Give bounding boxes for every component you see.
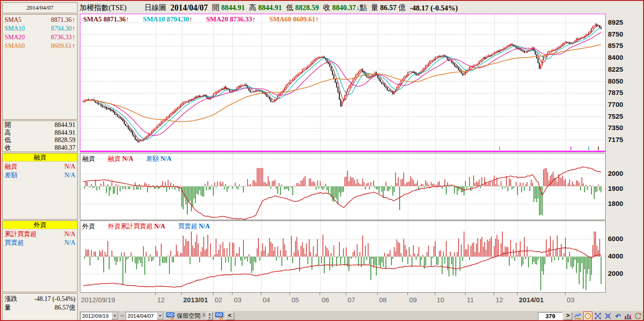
x-axis-tick [290,293,290,295]
go-button[interactable]: GO [166,312,175,320]
y-axis-label: 8050 [608,77,623,85]
foreign-panel-title: 外資 [82,222,95,231]
from-date-value[interactable]: 2012/09/19 [81,312,111,320]
bar-count-display: 379 [538,312,563,320]
sma20-row: SMA20 8736.33↑ [5,33,75,42]
margin-balance-value: N/A [64,162,75,171]
margin-info-panel: 融資 融資N/A 差額N/A [2,153,78,220]
margin-chart-canvas[interactable] [80,153,605,220]
x-axis-label: 06 [322,296,329,304]
up-arrow-icon: ↑ [315,16,319,23]
x-axis-tick [213,293,213,295]
x-axis-label: 04 [263,296,270,304]
y-axis-label: 7875 [608,89,623,96]
sma10-row: SMA10 8794.30↑ [5,24,75,33]
undo-arrow-icon[interactable]: ↶ [613,311,623,321]
legend-sma20: SMA20 8736.33↑ [206,16,255,23]
x-axis-label: 03 [567,296,575,304]
ohlc-panel: 開8844.91 高8844.91 低8828.59 收8840.37 [2,121,78,152]
volume-value: 86.57億 [55,303,76,312]
foreign-panel-legend: 外資 外資累計買賣超 N/A 買賣超 N/A [82,222,210,231]
y-axis-label: 8925 [608,18,623,26]
high-group: 高 8844.91 [249,3,282,13]
y-axis-label: 8575 [608,42,623,49]
x-axis-tick [155,293,156,295]
quote-date-box: 2014/04/07 [2,2,78,13]
x-axis-tick [465,293,465,295]
y-axis-label: 7525 [608,112,623,120]
low-group: 低 8828.59 [286,3,319,13]
low-label: 低 [5,137,11,144]
foreign-panel-chart[interactable] [80,221,606,293]
sma10-label: SMA10 [5,24,25,33]
change-volume-panel: 漲跌-48.17 (-0.54%) 量86.57億 [2,293,78,321]
margin-panel-chart[interactable] [80,153,606,220]
margin-diff-value: N/A [64,171,75,179]
price-chart-canvas[interactable] [80,14,605,151]
y-axis-label: 4000 [608,252,623,260]
expand-arrows-icon[interactable] [593,311,602,321]
sma-info-panel: SMA5 8871.36↑ SMA10 8794.30↑ SMA20 8736.… [2,14,78,120]
to-date-value[interactable]: 2014/04/07 [126,312,157,320]
foreign-net-row: 買賣超N/A [5,238,75,247]
close-row: 收8840.37 [5,144,75,152]
open-label: 開 [5,121,11,129]
x-axis-label: 2014/01 [519,296,544,304]
high-label: 高 [5,129,11,137]
x-axis-tick [346,293,346,295]
up-arrow-icon: ↑ [252,16,256,23]
shrink-arrows-icon[interactable] [603,311,612,321]
main-price-chart[interactable] [80,14,606,152]
x-axis-label: 07 [348,296,355,304]
y-axis-label: 8400 [608,53,623,61]
y-axis-label: 2000 [608,269,623,277]
from-date-combobox[interactable]: 2012/09/19 ▼ [80,312,119,320]
x-axis-tick [435,293,435,295]
foreign-cumulative-row: 累計買賣超N/A [5,230,75,238]
up-arrow-icon: ↑ [72,16,75,24]
margin-balance-row: 融資N/A [5,162,75,171]
low-row: 低8828.59 [5,137,75,144]
go-button-2[interactable]: GO [215,312,224,320]
reserve-space-value: 3 [202,312,205,317]
foreign-chart-canvas[interactable] [80,221,605,292]
sma60-row: SMA60 8609.61↑ [5,42,75,50]
margin-panel-legend: 融資 融資 N/A 差額 N/A [82,155,171,163]
x-axis-label: 05 [291,296,299,304]
low-value: 8828.59 [55,137,76,144]
x-axis-start-label: 2012/09/19 [81,296,115,304]
stock-chart-window: 2014/04/07 SMA5 8871.36↑ SMA10 8794.30↑ … [0,0,644,321]
margin-series1-legend: 融資 N/A [108,155,133,163]
up-arrow-icon: ↑ [189,16,193,23]
scroll-left-button[interactable]: < [226,312,234,320]
reserve-space-stepper[interactable]: ▲ ▼ [207,312,213,320]
scroll-right-button[interactable]: > [564,312,572,320]
stepper-down-icon[interactable]: ▼ [207,316,213,320]
clock-icon[interactable] [583,311,592,321]
chevron-down-icon[interactable]: ▼ [111,312,118,320]
y-axis-label: 8225 [608,65,623,73]
x-axis-tick [494,293,494,295]
x-axis-label: 12 [496,296,503,304]
stepper-up-icon[interactable]: ▲ [207,312,213,316]
loop-arrow-icon[interactable] [633,311,643,321]
sma60-value: 8609.61 [51,42,72,50]
foreign-net-value: N/A [64,238,75,247]
y-axis-label: 8750 [608,30,623,38]
chevron-down-icon[interactable]: ▼ [157,312,164,320]
legend-sma10: SMA10 8794.30↑ [143,16,192,23]
y-axis-label: 6000 [608,235,623,242]
sma5-value: 8871.36 [51,16,72,24]
reserve-space-label: 保留空間 [177,312,201,320]
to-date-combobox[interactable]: 2014/04/07 ▼ [126,312,164,320]
sma10-value: 8794.30 [51,24,72,33]
y-axis-label: 1900 [608,184,623,192]
change-label: 漲跌 [5,295,17,303]
margin-series2-legend: 差額 N/A [146,155,172,163]
x-axis-tick [565,293,565,295]
trend-chart-icon[interactable] [573,311,582,321]
volume-row: 量86.57億 [5,303,75,312]
bar-chart-icon[interactable] [623,311,633,321]
x-axis-label: 10 [437,296,444,304]
change-value: -48.17 (-0.54%) [34,295,75,303]
